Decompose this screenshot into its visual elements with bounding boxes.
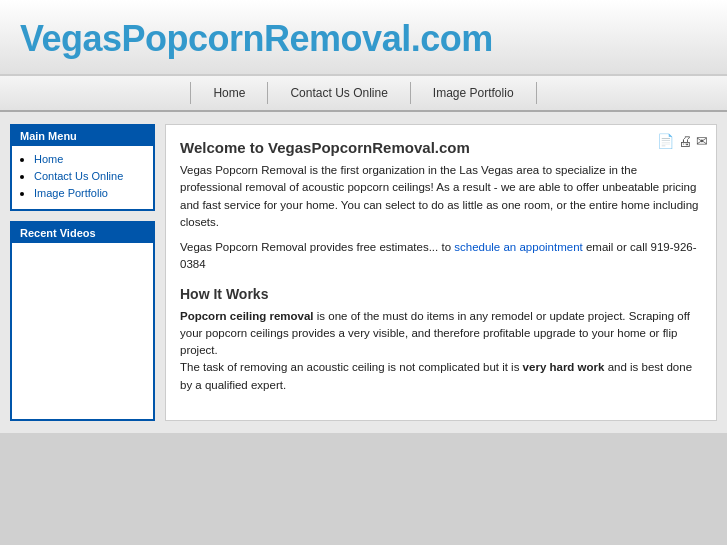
nav-contact[interactable]: Contact Us Online — [268, 82, 410, 104]
recent-videos-box: Recent Videos — [10, 221, 155, 421]
main-menu-box: Main Menu Home Contact Us Online Image P… — [10, 124, 155, 211]
recent-videos-title: Recent Videos — [12, 223, 153, 243]
welcome-paragraph-1: Vegas Popcorn Removal is the first organ… — [180, 162, 702, 231]
welcome-text-prefix: Vegas Popcorn Removal provides free esti… — [180, 241, 454, 253]
content-area: 📄 🖨 ✉ Welcome to VegasPopcornRemoval.com… — [165, 124, 717, 421]
main-menu-title: Main Menu — [12, 126, 153, 146]
nav-home[interactable]: Home — [190, 82, 268, 104]
site-title: VegasPopcornRemoval.com — [20, 18, 707, 60]
how-it-works-title: How It Works — [180, 286, 702, 302]
sidebar-item-contact[interactable]: Contact Us Online — [34, 170, 123, 182]
hard-work-bold: very hard work — [523, 361, 605, 373]
nav-portfolio[interactable]: Image Portfolio — [411, 82, 537, 104]
how-it-works-paragraph: Popcorn ceiling removal is one of the mu… — [180, 308, 702, 394]
nav-bar: Home Contact Us Online Image Portfolio — [0, 75, 727, 112]
sidebar: Main Menu Home Contact Us Online Image P… — [10, 124, 155, 421]
content-icons: 📄 🖨 ✉ — [657, 133, 708, 149]
sidebar-item-home[interactable]: Home — [34, 153, 63, 165]
main-menu-content: Home Contact Us Online Image Portfolio — [12, 146, 153, 209]
print-icon[interactable]: 🖨 — [678, 133, 692, 149]
welcome-title: Welcome to VegasPopcornRemoval.com — [180, 139, 702, 156]
sidebar-item-portfolio[interactable]: Image Portfolio — [34, 187, 108, 199]
popcorn-ceiling-bold: Popcorn ceiling removal — [180, 310, 314, 322]
email-icon[interactable]: ✉ — [696, 133, 708, 149]
schedule-appointment-link[interactable]: schedule an appointment — [454, 241, 583, 253]
recent-videos-content — [12, 243, 153, 255]
welcome-paragraph-2: Vegas Popcorn Removal provides free esti… — [180, 239, 702, 274]
pdf-icon[interactable]: 📄 — [657, 133, 674, 149]
